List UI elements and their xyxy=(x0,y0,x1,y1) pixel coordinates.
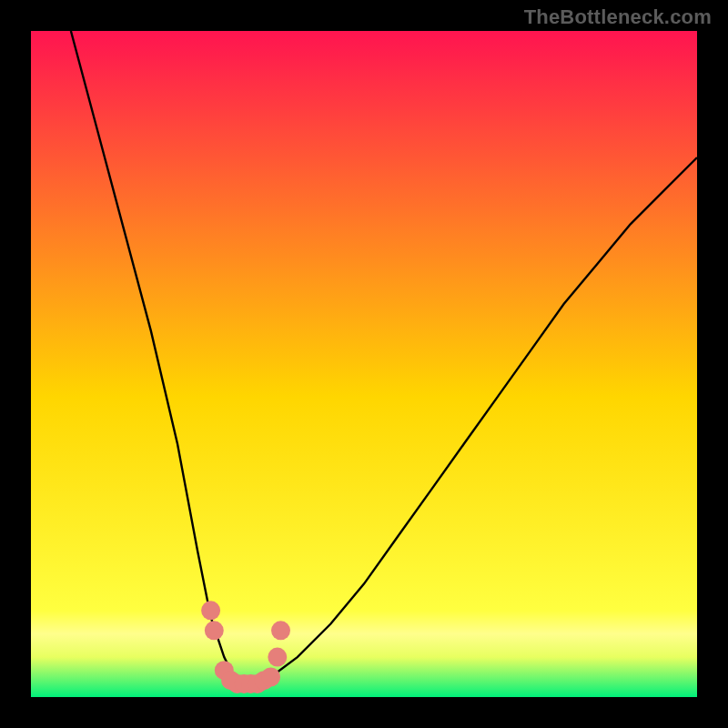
data-point xyxy=(268,648,287,667)
chart-container: { "attribution": "TheBottleneck.com", "c… xyxy=(0,0,728,728)
chart-svg xyxy=(0,0,728,728)
data-point xyxy=(261,668,280,687)
data-point xyxy=(201,601,220,620)
attribution-text: TheBottleneck.com xyxy=(524,5,712,29)
plot-area xyxy=(31,31,697,697)
data-point xyxy=(205,621,224,640)
data-point xyxy=(271,621,290,640)
